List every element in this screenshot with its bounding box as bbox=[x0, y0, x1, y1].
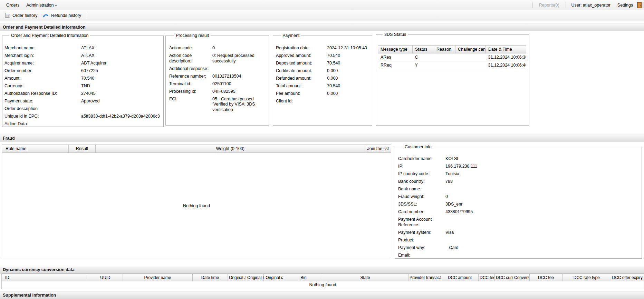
field-value: 02501100 bbox=[212, 81, 265, 87]
field-value: 0 bbox=[445, 194, 638, 200]
field-row: Acquirer name: ABT Acquirer bbox=[4, 61, 160, 66]
table-row[interactable]: ARes C 31.12.2024 10:06:36 bbox=[378, 53, 526, 61]
dcc-column-header[interactable]: Bin bbox=[285, 274, 322, 281]
table-row[interactable]: RReq Y 31.12.2024 10:06:46 bbox=[378, 61, 526, 69]
field-row: Payment Account Reference: bbox=[398, 217, 638, 228]
dcc-column-header[interactable]: DCC fee bbox=[530, 274, 563, 281]
refunds-history-icon bbox=[43, 13, 49, 19]
processing-result-legend: Processing result bbox=[174, 33, 211, 38]
field-label: Action code: bbox=[169, 46, 212, 51]
tds-cell: Y bbox=[413, 61, 434, 69]
payment-panel-legend: Payment bbox=[281, 33, 301, 38]
order-history-button[interactable]: Order history bbox=[2, 11, 40, 20]
menubar-separator bbox=[566, 2, 566, 8]
logout-icon[interactable] bbox=[636, 1, 644, 9]
field-row: Certificate amount: 0.000 bbox=[276, 68, 368, 74]
dcc-column-header[interactable]: DCC rate type bbox=[563, 274, 611, 281]
dcc-column-header[interactable]: DCC fee amount bbox=[479, 274, 495, 281]
field-value: 001327218504 bbox=[212, 74, 265, 79]
menu-orders[interactable]: Orders bbox=[3, 3, 23, 8]
menubar: Orders Administration▾ Reports(0) User: … bbox=[0, 0, 644, 10]
field-value: 0 bbox=[212, 46, 265, 51]
field-value: 274045 bbox=[81, 91, 160, 97]
field-row: Card number: 433801**9995 bbox=[398, 209, 638, 215]
fraud-section-title: Fraud bbox=[0, 134, 644, 142]
menu-administration[interactable]: Administration▾ bbox=[23, 3, 60, 8]
field-row: Client id: bbox=[276, 99, 368, 104]
processing-rows: Action code: 0 Action code description: … bbox=[169, 46, 265, 112]
dcc-column-header[interactable]: Provider name bbox=[123, 274, 193, 281]
toolbar: Order history Refunds history bbox=[0, 10, 644, 21]
fraud-column-header[interactable]: Weight (0-100) bbox=[96, 145, 365, 152]
field-row: 3DS/SSL: 3DS_enr bbox=[398, 202, 638, 207]
field-value: 70.540 bbox=[327, 53, 368, 59]
menu-administration-label: Administration bbox=[26, 3, 54, 8]
fraud-column-header[interactable]: Result bbox=[69, 145, 96, 152]
field-value: ABT Acquirer bbox=[81, 61, 160, 66]
dcc-column-header[interactable]: Original c bbox=[264, 274, 285, 281]
tds-cell: RReq bbox=[378, 61, 413, 69]
payment-panel: Payment Registration date: 2024-12-31 10… bbox=[273, 33, 372, 126]
field-value: 433801**9995 bbox=[445, 209, 638, 215]
dcc-column-header[interactable]: Original amount bbox=[228, 274, 246, 281]
fraud-empty-text: Nothing found bbox=[183, 203, 210, 208]
tds-status-legend: 3DS Status bbox=[383, 32, 408, 37]
dcc-column-header[interactable]: Original f bbox=[246, 274, 264, 281]
dcc-column-header[interactable]: ID bbox=[2, 274, 88, 281]
field-row: Approved amount: 70.540 bbox=[276, 53, 368, 59]
field-value: 6077225 bbox=[81, 68, 160, 74]
menu-settings[interactable]: Settings bbox=[614, 3, 636, 8]
field-row: Cardholder name: KOLSI bbox=[398, 156, 638, 162]
field-label: Client id: bbox=[276, 99, 327, 104]
supplemental-section-title: Supplemental information bbox=[0, 291, 644, 299]
field-row: ECI: 05 - Card has passed ‘Verified by V… bbox=[169, 97, 265, 113]
tds-status-panel: 3DS Status Message typeStatusReasonChall… bbox=[376, 32, 529, 126]
tds-cell: ARes bbox=[378, 53, 413, 61]
field-label: Currency: bbox=[4, 83, 81, 89]
field-row: Currency: TND bbox=[4, 83, 160, 89]
field-label: Registration date: bbox=[276, 46, 327, 51]
dcc-column-header[interactable]: Date time bbox=[193, 274, 228, 281]
dcc-column-header[interactable]: Conversi bbox=[513, 274, 530, 281]
dcc-column-header[interactable]: State bbox=[322, 274, 408, 281]
fraud-column-header[interactable]: Rule name bbox=[2, 145, 69, 152]
field-label: 3DS/SSL: bbox=[398, 202, 445, 207]
dcc-column-header[interactable]: DCC curr bbox=[495, 274, 513, 281]
field-row: Action code: 0 bbox=[169, 46, 265, 51]
tds-cell bbox=[455, 61, 486, 69]
field-row: Bank country: 788 bbox=[398, 179, 638, 185]
field-row: Processing id: 04IF082595 bbox=[169, 89, 265, 94]
field-row: Airline Data: bbox=[4, 121, 160, 127]
field-row: Merchant login: ATLAX bbox=[4, 53, 160, 59]
field-row: Authorization Response ID: 274045 bbox=[4, 91, 160, 97]
fraud-column-header[interactable]: Join the list bbox=[365, 145, 391, 152]
dcc-column-header[interactable]: UUID bbox=[88, 274, 123, 281]
field-row: Fraud weight: 0 bbox=[398, 194, 638, 200]
dcc-section-title: Dynamic currency conversion data bbox=[0, 266, 644, 273]
field-value: ATLAX bbox=[81, 53, 160, 59]
order-panel: Order and Payment Detailed Information M… bbox=[2, 33, 164, 127]
field-value: 0.000 bbox=[327, 91, 368, 97]
field-value bbox=[212, 66, 265, 72]
tds-status-table: Message typeStatusReasonChallenge cancel… bbox=[378, 45, 526, 69]
page-title: Order and Payment Detailed Information bbox=[0, 23, 644, 31]
field-row: Payment state: Approved bbox=[4, 99, 160, 104]
field-row: Order number: 6077225 bbox=[4, 68, 160, 74]
field-label: Email: bbox=[398, 253, 445, 258]
dcc-column-header[interactable]: DCC amount bbox=[441, 274, 479, 281]
field-row: Reference number: 001327218504 bbox=[169, 74, 265, 79]
field-value bbox=[445, 187, 638, 192]
field-row: Payment way: Card bbox=[398, 245, 638, 251]
field-value: Approved bbox=[81, 99, 160, 104]
menu-reports[interactable]: Reports(0) bbox=[537, 3, 561, 8]
toolbar-separator bbox=[87, 13, 87, 18]
field-label: Bank country: bbox=[398, 179, 445, 185]
field-value: 788 bbox=[445, 179, 638, 185]
field-value: TND bbox=[81, 83, 160, 89]
menubar-right: Reports(0) User: atlax_operator Settings bbox=[528, 1, 643, 9]
field-label: Processing id: bbox=[169, 89, 212, 94]
refunds-history-button[interactable]: Refunds history bbox=[40, 11, 84, 20]
tds-table-body: ARes C 31.12.2024 10:06:36 RReq Y 31.12.… bbox=[378, 53, 526, 69]
dcc-column-header[interactable]: Provider transaction id bbox=[408, 274, 441, 281]
dcc-column-header[interactable]: DCC offer expiry bbox=[611, 274, 644, 281]
